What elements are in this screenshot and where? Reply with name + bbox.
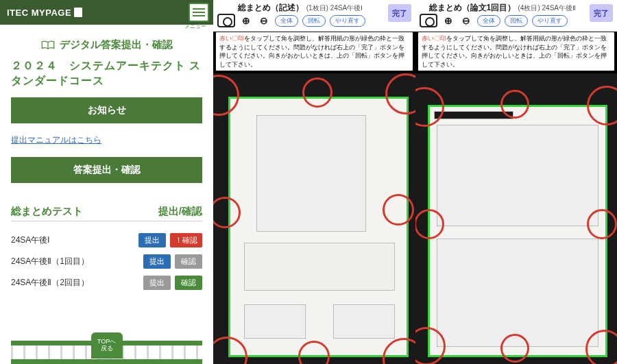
edge-handle[interactable] [415, 209, 444, 239]
pill-rotate[interactable]: 回転 [505, 15, 528, 27]
hamburger-menu-button[interactable] [189, 3, 209, 22]
zoom-in-button[interactable]: ⊕ [441, 14, 455, 27]
camera-icon[interactable] [420, 14, 437, 27]
test-row: 24SA午後Ⅱ（2回目）提出確認 [11, 272, 202, 293]
pill-redo[interactable]: やり直す [532, 15, 568, 27]
photo-area[interactable] [213, 73, 415, 364]
camera-panel-2: 総まとめ（論文1回目） (4枚目) 24SA午後Ⅱ 完了 ⊕ ⊖ 全体 回転 や… [415, 0, 618, 364]
instruction-note: 赤い〇印をタップして角を調整し、解答用紙の形が緑色の枠と一致するようにしてくださ… [418, 32, 616, 71]
menu-label: メニュー [184, 23, 206, 30]
chip-提出[interactable]: 提出 [138, 233, 166, 247]
chip-提出[interactable]: 提出 [143, 254, 171, 269]
section-name: 総まとめテスト [11, 205, 83, 218]
course-title: ２０２４ システムアーキテクト スタンダードコース [11, 58, 202, 88]
footer: TOPへ 戻る [11, 331, 202, 364]
notice-button[interactable]: お知らせ [11, 97, 202, 123]
pill-all[interactable]: 全体 [275, 15, 298, 27]
document-icon [74, 8, 82, 17]
section-column: 提出/確認 [158, 205, 202, 218]
test-name: 24SA午後Ⅰ [11, 234, 50, 246]
answer-sheet [228, 97, 409, 357]
camera-title: 総まとめ（記述） (1枚目) 24SA午後Ⅰ [217, 3, 411, 12]
instruction-note: 赤い〇印をタップして角を調整し、解答用紙の形が緑色の枠と一致するようにしてくださ… [215, 32, 413, 71]
edge-handle[interactable] [383, 194, 414, 226]
section-header: 総まとめテスト 提出/確認 [11, 202, 202, 221]
brand-text: ITEC MYPAGE [7, 8, 71, 18]
done-button[interactable]: 完了 [590, 4, 613, 22]
edge-handle[interactable] [500, 90, 529, 119]
chip-確認[interactable]: 確認 [175, 276, 202, 290]
camera-toolbar: ⊕ ⊖ 全体 回転 やり直す [420, 12, 614, 30]
zoom-out-button[interactable]: ⊖ [257, 14, 271, 27]
test-row: 24SA午後Ⅱ（1回目）提出確認 [11, 251, 202, 272]
chip-！確認[interactable]: ！確認 [170, 233, 202, 247]
book-icon [40, 40, 56, 50]
submit-confirm-button[interactable]: 答案提出・確認 [11, 157, 202, 183]
camera-title: 総まとめ（論文1回目） (4枚目) 24SA午後Ⅱ [420, 3, 614, 12]
test-name: 24SA午後Ⅱ（1回目） [11, 256, 89, 267]
brand-header: ITEC MYPAGE [0, 0, 213, 25]
answer-sheet [428, 105, 608, 357]
done-button[interactable]: 完了 [388, 4, 411, 22]
pill-all[interactable]: 全体 [477, 15, 500, 27]
edge-handle[interactable] [500, 334, 529, 363]
photo-area[interactable] [415, 73, 618, 364]
edge-handle[interactable] [302, 77, 332, 108]
chip-提出[interactable]: 提出 [143, 276, 171, 290]
edge-handle[interactable] [587, 209, 617, 239]
test-row: 24SA午後Ⅰ提出！確認 [11, 230, 202, 251]
pill-rotate[interactable]: 回転 [302, 15, 326, 27]
camera-icon[interactable] [217, 14, 235, 27]
test-name: 24SA午後Ⅱ（2回目） [11, 277, 89, 289]
pill-redo[interactable]: やり直す [330, 15, 365, 27]
camera-toolbar: ⊕ ⊖ 全体 回転 やり直す [217, 12, 411, 30]
mypage-panel: ITEC MYPAGE メニュー デジタル答案提出・確認 ２０２４ システムアー… [0, 0, 213, 364]
page-title: デジタル答案提出・確認 [11, 38, 202, 51]
manual-link[interactable]: 提出マニュアルはこちら [11, 134, 202, 146]
zoom-out-button[interactable]: ⊖ [459, 14, 473, 27]
zoom-in-button[interactable]: ⊕ [239, 14, 253, 27]
camera-panel-1: 総まとめ（記述） (1枚目) 24SA午後Ⅰ 完了 ⊕ ⊖ 全体 回転 やり直す… [213, 0, 415, 364]
chip-確認[interactable]: 確認 [175, 254, 202, 269]
back-to-top-button[interactable]: TOPへ 戻る [91, 332, 123, 359]
